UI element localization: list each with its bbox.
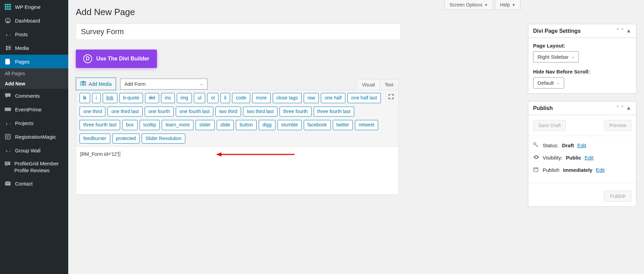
qt-button[interactable]: button [236,120,257,130]
sidebar-subitem-add-new[interactable]: Add New [0,79,68,89]
sidebar-item-comments[interactable]: Comments [0,89,68,102]
triangle-up-icon[interactable]: ▲ [626,105,631,111]
page-layout-select[interactable]: Right Sidebar ⌄ [533,51,579,63]
post-title-input[interactable] [76,24,401,40]
qt-box[interactable]: box [122,120,138,130]
qt-sliderrev[interactable]: Slider Revolution [142,134,185,144]
qt-threefourth[interactable]: three fourth [280,107,312,117]
sidebar-item-posts[interactable]: Posts [0,27,68,41]
save-draft-button[interactable]: Save Draft [533,120,566,131]
comment-icon [4,160,11,168]
svg-rect-1 [7,4,9,5]
publish-date-value: immediately [563,167,592,173]
chevron-up-icon[interactable]: ˄ [616,28,619,34]
svg-point-10 [6,48,8,50]
comment-icon [4,92,12,99]
sidebar-item-dashboard[interactable]: Dashboard [0,14,68,27]
sidebar-item-projects[interactable]: Projects [0,116,68,130]
panel-title: Divi Page Settings [533,28,581,34]
help-button[interactable]: Help ▼ [495,0,520,10]
qt-more[interactable]: more [252,93,271,103]
qt-tooltip[interactable]: tooltip [140,120,160,130]
quicktags-toolbar: b i link b-quote del ins img ul ol li co… [76,90,398,147]
page-layout-value: Right Sidebar [538,54,569,60]
qt-code[interactable]: code [232,93,250,103]
editor-textarea[interactable]: [RM_Form id='12'] [76,147,398,194]
qt-twitter[interactable]: twitter [333,120,353,130]
main-content: Screen Options ▼ Help ▼ Add New Page D U… [68,0,528,274]
qt-ol[interactable]: ol [207,93,218,103]
screen-options-button[interactable]: Screen Options ▼ [444,0,493,10]
svg-rect-4 [7,6,9,8]
fullscreen-icon[interactable] [388,94,394,101]
qt-onefourth[interactable]: one fourth [145,107,174,117]
svg-rect-15 [5,181,11,186]
svg-rect-5 [9,6,11,8]
sidebar-item-eventprime[interactable]: EventPrime [0,102,68,116]
sidebar-label: Group Wall [15,148,40,153]
tab-visual[interactable]: Visual [357,79,380,90]
qt-li[interactable]: li [220,93,230,103]
qt-link[interactable]: link [103,93,117,103]
sidebar-item-pages[interactable]: Pages [0,55,68,68]
sidebar-item-profilegrid[interactable]: ProfileGrid Member Profile Reviews [0,157,68,177]
qt-protected[interactable]: protected [112,134,140,144]
qt-onefourthlast[interactable]: one fourth last [176,107,214,117]
qt-retweet[interactable]: retweet [355,120,378,130]
sidebar-item-groupwall[interactable]: Group Wall [0,143,68,157]
preview-button[interactable]: Preview [604,120,631,131]
tab-text[interactable]: Text [380,79,399,90]
admin-sidebar: WP Engine Dashboard Posts Media Pages Al… [0,0,68,274]
sidebar-subitem-all-pages[interactable]: All Pages [0,68,68,79]
edit-status-link[interactable]: Edit [577,142,586,148]
qt-onethird[interactable]: one third [80,107,105,117]
page-layout-label: Page Layout: [533,43,631,49]
qt-onehalf[interactable]: one half [321,93,345,103]
divi-builder-button[interactable]: D Use The Divi Builder [76,50,157,68]
qt-twothird[interactable]: two third [215,107,241,117]
qt-twothirdlast[interactable]: two third last [243,107,277,117]
edit-visibility-link[interactable]: Edit [585,155,593,161]
dashboard-icon [4,17,12,24]
qt-closetags[interactable]: close tags [273,93,302,103]
qt-threefourthlast2[interactable]: three fourth last [80,120,120,130]
qt-raw[interactable]: raw [304,93,319,103]
help-label: Help [500,2,510,8]
sidebar-item-media[interactable]: Media [0,41,68,55]
qt-ins[interactable]: ins [161,93,175,103]
qt-img[interactable]: img [177,93,192,103]
qt-italic[interactable]: i [92,93,101,103]
qt-bquote[interactable]: b-quote [119,93,143,103]
qt-feedburner[interactable]: feedburner [80,134,110,144]
chevron-up-icon[interactable]: ˄ [616,105,619,111]
qt-bold[interactable]: b [80,93,90,103]
qt-threefourthlast[interactable]: three fourth last [314,107,354,117]
panel-divi-settings: Divi Page Settings ˄ ˅ ▲ Page Layout: Ri… [528,24,636,94]
qt-learnmore[interactable]: learn_more [162,120,194,130]
publish-button[interactable]: Publish [604,191,631,202]
hide-nav-select[interactable]: Default ⌄ [533,77,564,88]
panel-header-publish[interactable]: Publish ˄ ˅ ▲ [528,101,636,115]
panel-header-divi[interactable]: Divi Page Settings ˄ ˅ ▲ [528,24,636,38]
qt-digg[interactable]: digg [259,120,275,130]
chevron-down-icon[interactable]: ˅ [621,28,624,34]
sidebar-item-registrationmagic[interactable]: RegistrationMagic [0,130,68,143]
qt-del[interactable]: del [145,93,159,103]
qt-slide[interactable]: slide [217,120,234,130]
qt-facebook[interactable]: facebook [304,120,331,130]
svg-rect-6 [5,8,6,10]
qt-ul[interactable]: ul [194,93,205,103]
chevron-down-icon[interactable]: ˅ [621,105,624,111]
sidebar-label: Projects [15,120,33,126]
qt-stumble[interactable]: stumble [277,120,302,130]
qt-onethirdlast[interactable]: one third last [108,107,142,117]
top-right-buttons: Screen Options ▼ Help ▼ [444,0,520,10]
sidebar-item-contact[interactable]: Contact [0,177,68,190]
edit-publish-link[interactable]: Edit [596,167,605,173]
qt-onehalflast[interactable]: one half last [347,93,381,103]
form-icon [4,133,12,140]
qt-slider[interactable]: slider [196,120,214,130]
svg-rect-13 [5,108,11,111]
sidebar-item-wpengine[interactable]: WP Engine [0,0,68,14]
triangle-up-icon[interactable]: ▲ [626,28,631,34]
